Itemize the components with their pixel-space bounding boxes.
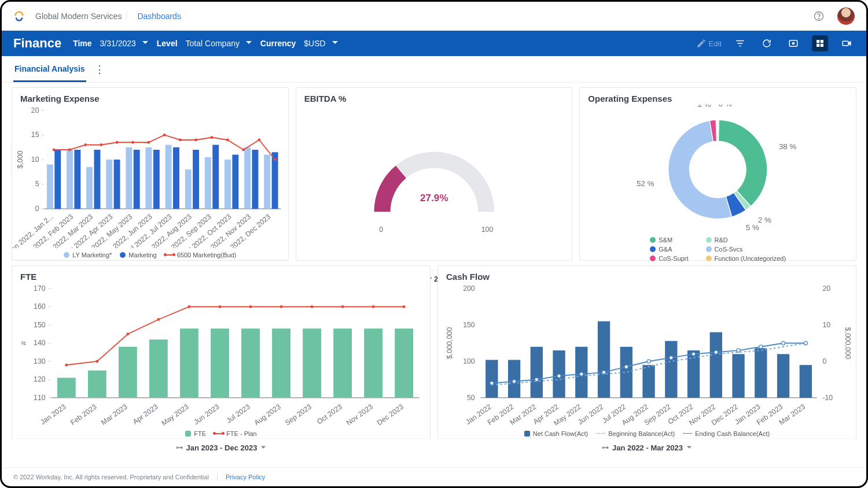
card-operating-expenses: Operating Expenses 0 %38 %2 %5 %52 %2 % … <box>579 87 856 261</box>
svg-point-57 <box>53 149 56 151</box>
filter-currency-value[interactable]: $USD <box>304 39 338 48</box>
svg-point-124 <box>157 318 160 321</box>
svg-point-61 <box>116 141 119 144</box>
dashboards-link[interactable]: Dashboards <box>137 12 181 21</box>
svg-text:110: 110 <box>34 394 46 402</box>
chevron-down-icon <box>260 443 266 452</box>
svg-point-59 <box>84 143 87 146</box>
svg-text:27.9%: 27.9% <box>420 193 448 204</box>
svg-point-125 <box>187 305 190 308</box>
svg-point-122 <box>95 360 98 363</box>
svg-text:120: 120 <box>34 375 46 383</box>
edit-button[interactable]: Edit <box>696 38 722 49</box>
refresh-icon[interactable] <box>759 35 775 51</box>
svg-text:0: 0 <box>822 357 826 365</box>
svg-rect-30 <box>106 160 112 209</box>
svg-text:20: 20 <box>822 284 830 293</box>
svg-rect-42 <box>185 169 192 209</box>
svg-text:Nov 2023: Nov 2023 <box>345 402 374 426</box>
svg-rect-111 <box>272 328 290 398</box>
svg-rect-107 <box>211 328 229 398</box>
svg-text:150: 150 <box>34 321 46 329</box>
svg-point-179 <box>602 371 605 374</box>
svg-point-3 <box>793 43 795 45</box>
svg-rect-21 <box>47 165 53 209</box>
svg-point-65 <box>179 139 182 142</box>
svg-rect-113 <box>303 328 321 398</box>
svg-point-175 <box>512 380 516 383</box>
card-footer[interactable]: ⊶ Jan 2022 - Mar 2023 <box>438 438 856 458</box>
svg-text:10: 10 <box>31 156 39 164</box>
svg-point-68 <box>226 139 229 142</box>
svg-rect-158 <box>642 365 654 398</box>
svg-rect-170 <box>777 354 789 398</box>
svg-text:Jun 2023: Jun 2023 <box>192 402 220 426</box>
svg-point-177 <box>557 374 561 378</box>
svg-rect-54 <box>264 155 270 209</box>
user-avatar[interactable] <box>837 8 855 25</box>
svg-rect-146 <box>508 360 520 398</box>
help-icon[interactable] <box>813 10 825 22</box>
svg-text:$,000: $,000 <box>16 150 24 168</box>
svg-text:2 %: 2 % <box>758 216 771 224</box>
card-footer[interactable]: ⊶ Jan 2023 - Dec 2023 <box>12 438 430 458</box>
svg-point-187 <box>782 341 785 345</box>
svg-point-183 <box>692 352 696 356</box>
tab-financial-analysis[interactable]: Financial Analysis <box>13 56 86 82</box>
svg-rect-164 <box>710 332 722 398</box>
svg-rect-27 <box>86 167 93 209</box>
filter-time-value[interactable]: 3/31/2023 <box>100 39 149 48</box>
svg-text:150: 150 <box>463 321 475 329</box>
svg-point-132 <box>403 305 406 308</box>
svg-rect-160 <box>665 341 677 398</box>
page-footer: © 2022 Workday, Inc. All rights reserved… <box>2 467 866 486</box>
presentation-icon[interactable] <box>785 35 801 51</box>
grid-view-icon[interactable] <box>812 35 828 51</box>
filter-level-label: Level <box>157 39 178 48</box>
svg-point-188 <box>804 341 807 345</box>
svg-text:Feb 2023: Feb 2023 <box>69 402 98 427</box>
svg-point-1 <box>818 19 819 19</box>
svg-rect-45 <box>205 157 211 209</box>
svg-text:Sep 2023: Sep 2023 <box>284 402 313 426</box>
svg-point-62 <box>131 141 134 144</box>
svg-text:Apr 2023: Apr 2023 <box>131 402 160 426</box>
svg-text:160: 160 <box>34 302 46 310</box>
chevron-down-icon <box>332 39 339 48</box>
filter-icon[interactable] <box>732 35 748 51</box>
svg-rect-172 <box>800 365 812 398</box>
svg-point-60 <box>100 143 103 146</box>
svg-rect-154 <box>598 321 610 398</box>
svg-rect-7 <box>821 44 823 47</box>
svg-text:50: 50 <box>467 394 475 402</box>
video-icon[interactable] <box>838 35 855 51</box>
svg-text:#: # <box>20 341 28 345</box>
svg-text:200: 200 <box>463 284 475 293</box>
svg-rect-115 <box>333 328 352 398</box>
topbar: Global Modern Services Dashboards <box>2 2 866 31</box>
svg-rect-101 <box>119 347 137 398</box>
svg-rect-28 <box>94 150 101 209</box>
svg-rect-25 <box>74 150 80 209</box>
svg-rect-103 <box>149 339 168 398</box>
privacy-policy-link[interactable]: Privacy Policy <box>217 474 265 480</box>
svg-rect-52 <box>252 150 258 209</box>
svg-text:-10: -10 <box>822 394 833 402</box>
svg-rect-34 <box>134 150 140 209</box>
svg-rect-37 <box>153 150 160 209</box>
svg-rect-4 <box>816 40 819 43</box>
pin-icon: ⊶ <box>176 443 183 452</box>
svg-text:20: 20 <box>31 106 39 114</box>
svg-point-70 <box>258 139 260 142</box>
filter-level-value[interactable]: Total Company <box>186 39 252 48</box>
svg-rect-119 <box>395 328 413 398</box>
svg-point-128 <box>280 305 283 308</box>
svg-text:130: 130 <box>34 357 46 365</box>
svg-text:140: 140 <box>34 339 46 347</box>
svg-text:52 %: 52 % <box>637 179 654 188</box>
svg-text:Jun 2022: Jun 2022 <box>576 402 605 426</box>
filter-bar: Finance Time 3/31/2023 Level Total Compa… <box>2 31 866 56</box>
svg-point-67 <box>211 136 214 139</box>
svg-point-178 <box>580 372 583 376</box>
svg-text:38 %: 38 % <box>779 142 797 151</box>
